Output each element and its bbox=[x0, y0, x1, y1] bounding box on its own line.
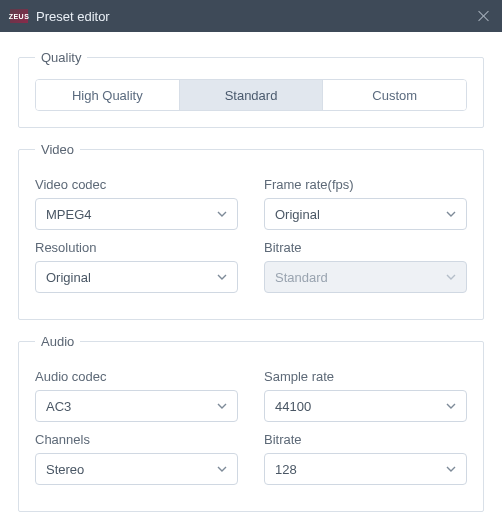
video-codec-label: Video codec bbox=[35, 177, 238, 192]
quality-tab-high[interactable]: High Quality bbox=[36, 80, 179, 110]
audio-group: Audio Audio codec AC3 Channels Stereo Sa… bbox=[18, 334, 484, 512]
video-resolution-label: Resolution bbox=[35, 240, 238, 255]
audio-bitrate-select[interactable]: 128 bbox=[264, 453, 467, 485]
titlebar: ZEUS Preset editor bbox=[0, 0, 502, 32]
quality-tab-custom-label: Custom bbox=[372, 88, 417, 103]
quality-tab-high-label: High Quality bbox=[72, 88, 143, 103]
chevron-down-icon bbox=[446, 464, 456, 474]
audio-samplerate-value: 44100 bbox=[275, 399, 311, 414]
quality-tab-custom[interactable]: Custom bbox=[322, 80, 466, 110]
audio-codec-value: AC3 bbox=[46, 399, 71, 414]
audio-channels-select[interactable]: Stereo bbox=[35, 453, 238, 485]
video-bitrate-value: Standard bbox=[275, 270, 328, 285]
chevron-down-icon bbox=[217, 272, 227, 282]
video-resolution-select[interactable]: Original bbox=[35, 261, 238, 293]
quality-legend: Quality bbox=[35, 50, 87, 65]
video-codec-select[interactable]: MPEG4 bbox=[35, 198, 238, 230]
quality-tab-standard[interactable]: Standard bbox=[179, 80, 323, 110]
window-title: Preset editor bbox=[36, 9, 110, 24]
audio-bitrate-value: 128 bbox=[275, 462, 297, 477]
video-bitrate-select: Standard bbox=[264, 261, 467, 293]
video-framerate-value: Original bbox=[275, 207, 320, 222]
chevron-down-icon bbox=[446, 401, 456, 411]
audio-codec-label: Audio codec bbox=[35, 369, 238, 384]
quality-tab-standard-label: Standard bbox=[225, 88, 278, 103]
video-group: Video Video codec MPEG4 Resolution Origi… bbox=[18, 142, 484, 320]
video-framerate-select[interactable]: Original bbox=[264, 198, 467, 230]
quality-group: Quality High Quality Standard Custom bbox=[18, 50, 484, 128]
chevron-down-icon bbox=[217, 401, 227, 411]
video-legend: Video bbox=[35, 142, 80, 157]
video-resolution-value: Original bbox=[46, 270, 91, 285]
audio-channels-value: Stereo bbox=[46, 462, 84, 477]
audio-samplerate-select[interactable]: 44100 bbox=[264, 390, 467, 422]
audio-bitrate-label: Bitrate bbox=[264, 432, 467, 447]
video-framerate-label: Frame rate(fps) bbox=[264, 177, 467, 192]
audio-channels-label: Channels bbox=[35, 432, 238, 447]
quality-segmented: High Quality Standard Custom bbox=[35, 79, 467, 111]
close-icon[interactable] bbox=[476, 8, 492, 24]
app-logo: ZEUS bbox=[10, 9, 28, 23]
chevron-down-icon bbox=[217, 464, 227, 474]
audio-legend: Audio bbox=[35, 334, 80, 349]
video-codec-value: MPEG4 bbox=[46, 207, 92, 222]
video-bitrate-label: Bitrate bbox=[264, 240, 467, 255]
chevron-down-icon bbox=[446, 209, 456, 219]
chevron-down-icon bbox=[217, 209, 227, 219]
audio-samplerate-label: Sample rate bbox=[264, 369, 467, 384]
chevron-down-icon bbox=[446, 272, 456, 282]
audio-codec-select[interactable]: AC3 bbox=[35, 390, 238, 422]
